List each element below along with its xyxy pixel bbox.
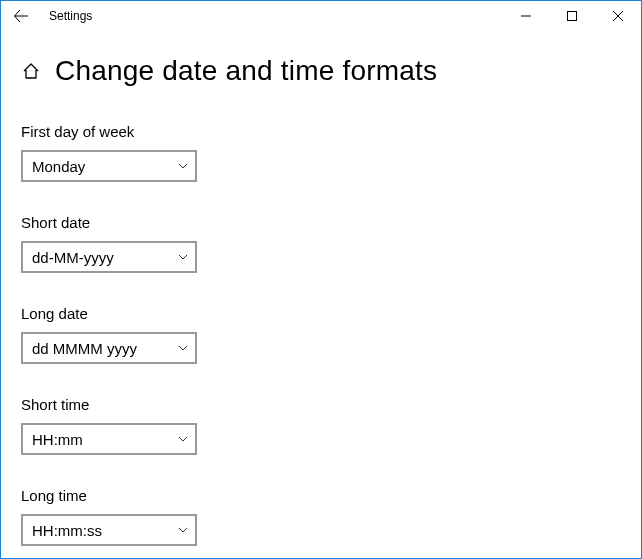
select-value: HH:mm — [32, 431, 83, 448]
field-label: Long date — [21, 305, 621, 322]
svg-rect-0 — [568, 12, 577, 21]
long-date-select[interactable]: dd MMMM yyyy — [21, 332, 197, 364]
arrow-left-icon — [13, 8, 29, 24]
chevron-down-icon — [177, 251, 189, 263]
select-value: dd MMMM yyyy — [32, 340, 137, 357]
close-icon — [613, 11, 623, 21]
window-title: Settings — [49, 9, 92, 23]
chevron-down-icon — [177, 160, 189, 172]
maximize-icon — [567, 11, 577, 21]
chevron-down-icon — [177, 433, 189, 445]
field-label: Long time — [21, 487, 621, 504]
minimize-button[interactable] — [503, 1, 549, 31]
short-date-select[interactable]: dd-MM-yyyy — [21, 241, 197, 273]
select-value: dd-MM-yyyy — [32, 249, 114, 266]
home-icon — [22, 62, 40, 80]
field-first-day-of-week: First day of week Monday — [21, 123, 621, 182]
long-time-select[interactable]: HH:mm:ss — [21, 514, 197, 546]
short-time-select[interactable]: HH:mm — [21, 423, 197, 455]
first-day-of-week-select[interactable]: Monday — [21, 150, 197, 182]
page-content: Change date and time formats First day o… — [1, 31, 641, 546]
field-label: Short time — [21, 396, 621, 413]
window-controls — [503, 1, 641, 31]
page-header: Change date and time formats — [21, 55, 621, 87]
titlebar: Settings — [1, 1, 641, 31]
field-short-time: Short time HH:mm — [21, 396, 621, 455]
back-button[interactable] — [7, 1, 35, 31]
chevron-down-icon — [177, 524, 189, 536]
home-button[interactable] — [21, 61, 41, 81]
field-short-date: Short date dd-MM-yyyy — [21, 214, 621, 273]
minimize-icon — [521, 11, 531, 21]
chevron-down-icon — [177, 342, 189, 354]
field-label: First day of week — [21, 123, 621, 140]
maximize-button[interactable] — [549, 1, 595, 31]
page-title: Change date and time formats — [55, 55, 437, 87]
close-button[interactable] — [595, 1, 641, 31]
select-value: HH:mm:ss — [32, 522, 102, 539]
field-long-date: Long date dd MMMM yyyy — [21, 305, 621, 364]
field-long-time: Long time HH:mm:ss — [21, 487, 621, 546]
select-value: Monday — [32, 158, 85, 175]
field-label: Short date — [21, 214, 621, 231]
